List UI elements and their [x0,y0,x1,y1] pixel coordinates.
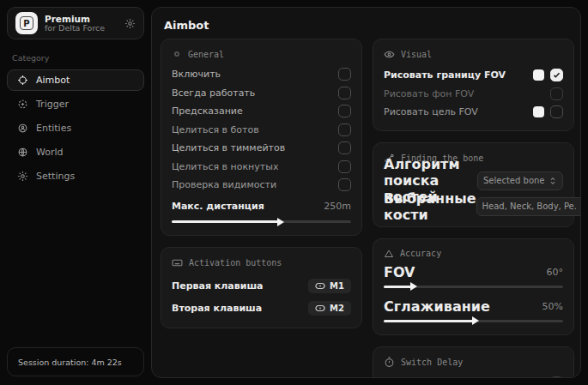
app-window: P Premium for Delta Force Category Aimbo… [0,0,588,385]
setting-row: Целиться в нокнутых [172,158,351,177]
gear-icon[interactable] [124,18,136,29]
setting-row: Включить [172,65,351,84]
mouse-icon [315,304,325,312]
selected-bones-dropdown[interactable]: Head, Neck, Body, Pe... [476,197,581,216]
slider-fill [172,220,279,223]
main-panel: Aimbot General Включить Всегда работать [151,7,581,378]
sidebar-item-label: Aimbot [36,75,70,86]
accuracy-icon [384,249,394,259]
unfold-icon [580,202,581,211]
slider-fill [384,320,474,322]
card-general: General Включить Всегда работать Предска… [161,39,362,236]
smoothing-slider[interactable] [384,316,563,326]
sidebar-item-label: Settings [36,171,75,182]
setting-row: Первая клавиша M1 [172,274,351,297]
setting-row: Задержка переключения [384,374,563,379]
unfold-icon [549,177,557,185]
setting-row: Рисовать фон FOV [384,85,563,104]
sidebar-item-trigger[interactable]: Trigger [7,93,144,115]
bone-algorithm-dropdown[interactable]: Selected bone [477,171,563,190]
sidebar-item-label: Trigger [36,99,69,110]
slider-fill [384,286,412,288]
checkbox[interactable] [338,68,351,81]
slider-thumb[interactable] [277,218,284,226]
color-swatch[interactable] [533,69,544,81]
setting-value: 60° [547,267,564,278]
checkbox[interactable] [338,105,351,117]
setting-row: Целиться в тиммейтов [172,139,351,158]
keyboard-icon [172,257,183,268]
keybind-button-1[interactable]: M1 [308,279,351,293]
card-activation-buttons: Activation buttons Первая клавиша M1 Вто… [161,247,362,328]
session-duration: Session duration: 4m 22s [7,347,144,376]
section-title: General [188,50,224,59]
fov-slider[interactable] [384,282,563,292]
checkbox[interactable] [550,87,563,100]
sidebar-item-settings[interactable]: Settings [7,165,144,187]
page-title: Aimbot [164,19,580,32]
setting-row: Алгоритм поиска костей Selected bone [384,170,563,192]
setting-row: Рисовать границу FOV [384,66,563,85]
setting-row: FOV 60° [384,265,563,280]
checkbox[interactable] [550,376,563,378]
card-accuracy: Accuracy FOV 60° Сглаживание 50% [373,238,574,335]
category-label: Category [12,53,144,63]
setting-value: 50% [543,301,563,312]
keybind-button-2[interactable]: M2 [308,301,351,316]
setting-row: Сглаживание 50% [384,299,563,315]
setting-row: Предсказание [172,102,351,121]
gear-icon [17,171,28,182]
setting-row: Макс. дистанция 250m [172,197,351,216]
timer-icon [384,357,395,368]
setting-row: Рисовать цель FOV [384,103,563,122]
trigger-icon [17,99,28,110]
max-distance-slider[interactable] [172,217,351,226]
card-finding-the-bone: Finding the bone Алгоритм поиска костей … [373,142,574,227]
sidebar-item-label: World [36,147,64,158]
brand-logo: P [15,12,38,34]
section-title: Accuracy [400,249,441,258]
card-switch-delay: Switch Delay Задержка переключения Задер… [373,346,574,379]
checkbox[interactable] [338,141,351,154]
setting-row: Проверка видимости [172,176,351,195]
checkbox[interactable] [338,178,351,191]
slider-thumb[interactable] [410,282,417,291]
card-visual: Visual Рисовать границу FOV Рисовать фон… [373,39,574,131]
eye-icon [384,49,395,60]
setting-row: Всегда работать [172,84,351,103]
setting-value: 250m [324,201,351,212]
globe-icon [17,147,28,158]
checkbox[interactable] [338,123,351,136]
checkbox[interactable] [550,105,563,118]
brand-title: Premium [45,14,118,24]
section-title: Visual [401,50,432,59]
checkbox[interactable] [550,69,563,81]
general-icon [172,49,182,59]
section-title: Switch Delay [401,358,463,367]
checkbox[interactable] [338,87,351,99]
brand-logo-letter: P [20,16,33,30]
section-title: Activation buttons [189,258,282,268]
brand-subtitle: for Delta Force [45,24,118,33]
crosshair-icon [17,75,28,86]
sidebar-item-label: Entities [36,123,71,134]
sidebar-item-world[interactable]: World [7,141,144,163]
checkbox[interactable] [338,160,351,173]
mouse-icon [315,282,325,290]
setting-row: Целиться в ботов [172,121,351,140]
sidebar-item-aimbot[interactable]: Aimbot [7,69,144,91]
sidebar-item-entities[interactable]: Entities [7,117,144,139]
color-swatch[interactable] [533,106,544,117]
brand-header: P Premium for Delta Force [7,7,144,39]
setting-row: Вторая клавиша M2 [172,297,351,319]
setting-row: Выбранные кости Head, Neck, Body, Pe... [384,196,563,218]
sidebar: P Premium for Delta Force Category Aimbo… [7,7,144,378]
entities-icon [17,123,28,134]
slider-thumb[interactable] [472,316,479,325]
